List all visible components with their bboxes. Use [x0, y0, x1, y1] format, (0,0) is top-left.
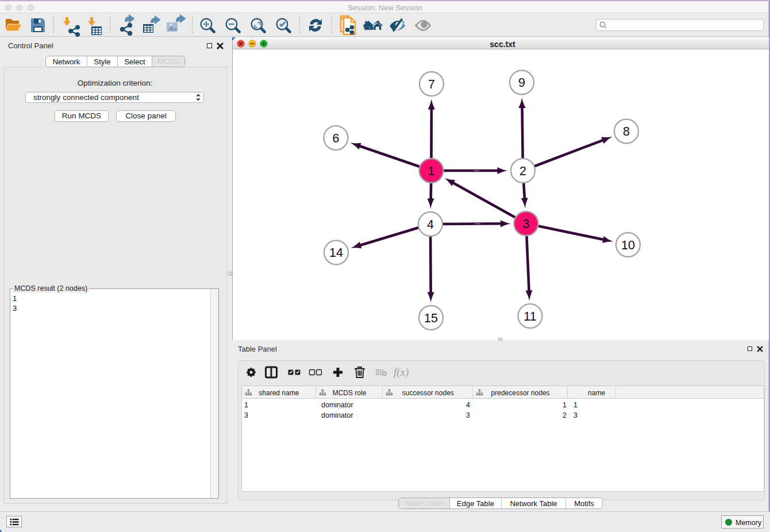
svg-text:1: 1	[428, 164, 435, 178]
svg-text:9: 9	[518, 76, 525, 90]
svg-text:2: 2	[519, 164, 526, 178]
svg-text:6: 6	[333, 132, 340, 145]
svg-text:4: 4	[427, 218, 434, 232]
svg-text:11: 11	[523, 310, 536, 323]
svg-text:8: 8	[623, 125, 630, 138]
svg-text:3: 3	[523, 217, 530, 231]
svg-text:15: 15	[424, 311, 438, 325]
svg-text:14: 14	[329, 246, 343, 260]
svg-text:7: 7	[428, 78, 435, 91]
svg-text:10: 10	[621, 238, 635, 252]
